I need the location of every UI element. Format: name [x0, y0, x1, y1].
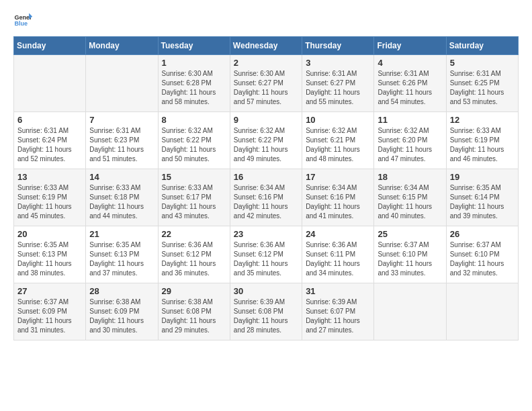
calendar-cell: 16Sunrise: 6:34 AM Sunset: 6:16 PM Dayli…: [230, 169, 302, 226]
calendar-cell: 2Sunrise: 6:30 AM Sunset: 6:27 PM Daylig…: [230, 55, 302, 112]
day-detail: Sunrise: 6:37 AM Sunset: 6:10 PM Dayligh…: [378, 240, 442, 278]
calendar-cell: 24Sunrise: 6:36 AM Sunset: 6:11 PM Dayli…: [302, 226, 374, 283]
calendar-cell: 31Sunrise: 6:39 AM Sunset: 6:07 PM Dayli…: [302, 283, 374, 340]
day-number: 21: [89, 229, 154, 239]
day-detail: Sunrise: 6:38 AM Sunset: 6:08 PM Dayligh…: [162, 298, 226, 335]
header-row: SundayMondayTuesdayWednesdayThursdayFrid…: [14, 37, 519, 55]
day-detail: Sunrise: 6:33 AM Sunset: 6:18 PM Dayligh…: [89, 183, 154, 221]
day-detail: Sunrise: 6:33 AM Sunset: 6:17 PM Dayligh…: [162, 183, 226, 221]
day-detail: Sunrise: 6:36 AM Sunset: 6:11 PM Dayligh…: [306, 240, 370, 278]
calendar-cell: [446, 283, 518, 340]
day-detail: Sunrise: 6:32 AM Sunset: 6:21 PM Dayligh…: [306, 126, 370, 164]
day-number: 2: [234, 58, 298, 68]
calendar-cell: 15Sunrise: 6:33 AM Sunset: 6:17 PM Dayli…: [158, 169, 230, 226]
day-detail: Sunrise: 6:35 AM Sunset: 6:13 PM Dayligh…: [17, 240, 82, 278]
day-number: 7: [89, 115, 154, 125]
day-detail: Sunrise: 6:38 AM Sunset: 6:09 PM Dayligh…: [89, 298, 154, 335]
calendar-table: SundayMondayTuesdayWednesdayThursdayFrid…: [13, 36, 519, 340]
calendar-cell: 14Sunrise: 6:33 AM Sunset: 6:18 PM Dayli…: [86, 169, 158, 226]
calendar-cell: 25Sunrise: 6:37 AM Sunset: 6:10 PM Dayli…: [374, 226, 446, 283]
header-day: Wednesday: [230, 37, 302, 55]
calendar-cell: 28Sunrise: 6:38 AM Sunset: 6:09 PM Dayli…: [86, 283, 158, 340]
day-number: 23: [234, 229, 298, 239]
day-number: 31: [306, 286, 370, 296]
day-number: 4: [378, 58, 442, 68]
svg-text:Blue: Blue: [14, 20, 28, 27]
calendar-cell: 30Sunrise: 6:39 AM Sunset: 6:08 PM Dayli…: [230, 283, 302, 340]
day-number: 12: [450, 115, 515, 125]
day-number: 18: [378, 172, 442, 182]
day-number: 15: [162, 172, 226, 182]
day-detail: Sunrise: 6:35 AM Sunset: 6:13 PM Dayligh…: [89, 240, 154, 278]
header-day: Tuesday: [158, 37, 230, 55]
week-row: 13Sunrise: 6:33 AM Sunset: 6:19 PM Dayli…: [14, 169, 519, 226]
day-detail: Sunrise: 6:32 AM Sunset: 6:22 PM Dayligh…: [234, 126, 298, 164]
calendar-cell: 18Sunrise: 6:34 AM Sunset: 6:15 PM Dayli…: [374, 169, 446, 226]
day-number: 3: [306, 58, 370, 68]
calendar-cell: 17Sunrise: 6:34 AM Sunset: 6:16 PM Dayli…: [302, 169, 374, 226]
day-number: 19: [450, 172, 515, 182]
calendar-cell: 27Sunrise: 6:37 AM Sunset: 6:09 PM Dayli…: [14, 283, 86, 340]
day-number: 11: [378, 115, 442, 125]
logo: General Blue: [13, 11, 32, 30]
day-detail: Sunrise: 6:34 AM Sunset: 6:16 PM Dayligh…: [306, 183, 370, 221]
calendar-cell: 5Sunrise: 6:31 AM Sunset: 6:25 PM Daylig…: [446, 55, 518, 112]
day-number: 8: [162, 115, 226, 125]
day-detail: Sunrise: 6:33 AM Sunset: 6:19 PM Dayligh…: [17, 183, 82, 221]
calendar-cell: [374, 283, 446, 340]
day-detail: Sunrise: 6:35 AM Sunset: 6:14 PM Dayligh…: [450, 183, 515, 221]
logo-icon: General Blue: [13, 11, 32, 30]
calendar-cell: 7Sunrise: 6:31 AM Sunset: 6:23 PM Daylig…: [86, 112, 158, 169]
week-row: 6Sunrise: 6:31 AM Sunset: 6:24 PM Daylig…: [14, 112, 519, 169]
day-number: 30: [234, 286, 298, 296]
day-number: 27: [17, 286, 82, 296]
day-number: 13: [17, 172, 82, 182]
day-detail: Sunrise: 6:31 AM Sunset: 6:27 PM Dayligh…: [306, 69, 370, 107]
day-detail: Sunrise: 6:31 AM Sunset: 6:24 PM Dayligh…: [17, 126, 82, 164]
day-number: 16: [234, 172, 298, 182]
calendar-cell: 8Sunrise: 6:32 AM Sunset: 6:22 PM Daylig…: [158, 112, 230, 169]
day-detail: Sunrise: 6:39 AM Sunset: 6:07 PM Dayligh…: [306, 298, 370, 335]
week-row: 20Sunrise: 6:35 AM Sunset: 6:13 PM Dayli…: [14, 226, 519, 283]
calendar-cell: 3Sunrise: 6:31 AM Sunset: 6:27 PM Daylig…: [302, 55, 374, 112]
day-detail: Sunrise: 6:36 AM Sunset: 6:12 PM Dayligh…: [162, 240, 226, 278]
calendar-cell: 19Sunrise: 6:35 AM Sunset: 6:14 PM Dayli…: [446, 169, 518, 226]
day-detail: Sunrise: 6:37 AM Sunset: 6:10 PM Dayligh…: [450, 240, 515, 278]
day-detail: Sunrise: 6:36 AM Sunset: 6:12 PM Dayligh…: [234, 240, 298, 278]
header-day: Thursday: [302, 37, 374, 55]
day-number: 14: [89, 172, 154, 182]
day-number: 28: [89, 286, 154, 296]
calendar-cell: 23Sunrise: 6:36 AM Sunset: 6:12 PM Dayli…: [230, 226, 302, 283]
calendar-cell: 13Sunrise: 6:33 AM Sunset: 6:19 PM Dayli…: [14, 169, 86, 226]
calendar-cell: 6Sunrise: 6:31 AM Sunset: 6:24 PM Daylig…: [14, 112, 86, 169]
header-day: Saturday: [446, 37, 518, 55]
calendar-cell: 22Sunrise: 6:36 AM Sunset: 6:12 PM Dayli…: [158, 226, 230, 283]
week-row: 27Sunrise: 6:37 AM Sunset: 6:09 PM Dayli…: [14, 283, 519, 340]
page-header: General Blue: [13, 11, 519, 30]
calendar-cell: 4Sunrise: 6:31 AM Sunset: 6:26 PM Daylig…: [374, 55, 446, 112]
day-number: 10: [306, 115, 370, 125]
day-number: 22: [162, 229, 226, 239]
calendar-cell: 9Sunrise: 6:32 AM Sunset: 6:22 PM Daylig…: [230, 112, 302, 169]
day-number: 9: [234, 115, 298, 125]
calendar-header: SundayMondayTuesdayWednesdayThursdayFrid…: [14, 37, 519, 55]
day-detail: Sunrise: 6:33 AM Sunset: 6:19 PM Dayligh…: [450, 126, 515, 164]
header-day: Monday: [86, 37, 158, 55]
calendar-cell: 11Sunrise: 6:32 AM Sunset: 6:20 PM Dayli…: [374, 112, 446, 169]
calendar-cell: 26Sunrise: 6:37 AM Sunset: 6:10 PM Dayli…: [446, 226, 518, 283]
day-detail: Sunrise: 6:32 AM Sunset: 6:22 PM Dayligh…: [162, 126, 226, 164]
day-detail: Sunrise: 6:34 AM Sunset: 6:15 PM Dayligh…: [378, 183, 442, 221]
day-number: 29: [162, 286, 226, 296]
day-number: 24: [306, 229, 370, 239]
day-number: 26: [450, 229, 515, 239]
calendar-cell: 20Sunrise: 6:35 AM Sunset: 6:13 PM Dayli…: [14, 226, 86, 283]
day-detail: Sunrise: 6:31 AM Sunset: 6:25 PM Dayligh…: [450, 69, 515, 107]
day-number: 17: [306, 172, 370, 182]
day-detail: Sunrise: 6:39 AM Sunset: 6:08 PM Dayligh…: [234, 298, 298, 335]
day-detail: Sunrise: 6:31 AM Sunset: 6:23 PM Dayligh…: [89, 126, 154, 164]
day-number: 5: [450, 58, 515, 68]
day-number: 20: [17, 229, 82, 239]
day-detail: Sunrise: 6:37 AM Sunset: 6:09 PM Dayligh…: [17, 298, 82, 335]
week-row: 1Sunrise: 6:30 AM Sunset: 6:28 PM Daylig…: [14, 55, 519, 112]
calendar-cell: 21Sunrise: 6:35 AM Sunset: 6:13 PM Dayli…: [86, 226, 158, 283]
